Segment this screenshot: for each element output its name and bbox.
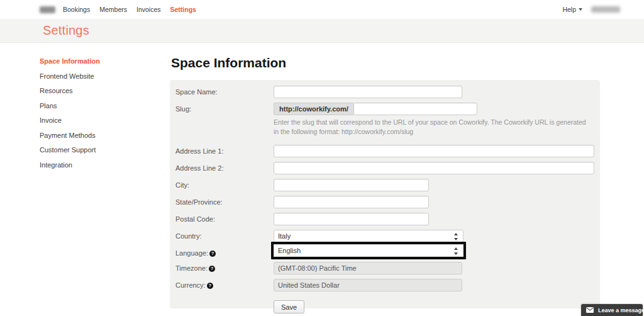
form-row-state: State/Province: (175, 196, 594, 208)
app-logo (40, 6, 55, 13)
form-row-space-name: Space Name: (175, 86, 594, 98)
form-row-slug: Slug: http://coworkify.com/ Enter the sl… (175, 103, 594, 145)
sidebar-item-frontend-website[interactable]: Frontend Website (40, 73, 153, 80)
timezone-label: Timezone: (175, 264, 208, 272)
address2-label: Address Line 2: (175, 162, 274, 174)
section-heading: Space Information (171, 55, 286, 71)
help-label: Help (562, 6, 576, 13)
chat-widget-label: Leave a message (598, 307, 644, 313)
sidebar-item-integration[interactable]: Integration (40, 162, 153, 169)
help-icon[interactable]: ? (207, 283, 213, 289)
space-information-form: Space Name: Slug: http://coworkify.com/ … (170, 80, 600, 308)
sidebar-item-payment-methods[interactable]: Payment Methods (40, 132, 153, 139)
language-select[interactable]: English (274, 244, 464, 257)
city-input[interactable] (274, 179, 429, 191)
postal-code-input[interactable] (274, 213, 429, 225)
help-icon[interactable]: ? (209, 251, 216, 257)
nav-item-settings[interactable]: Settings (170, 6, 196, 13)
page-header-band: Settings (0, 19, 644, 43)
settings-sidebar: Space Information Frontend Website Resou… (40, 58, 153, 176)
envelope-icon (586, 307, 594, 313)
address1-label: Address Line 1: (175, 145, 274, 157)
timezone-field: (GMT-08:00) Pacific Time (274, 262, 462, 274)
form-row-address2: Address Line 2: (175, 162, 594, 174)
state-province-input[interactable] (274, 196, 429, 208)
help-icon[interactable]: ? (209, 266, 215, 272)
nav-item-invoices[interactable]: Invoices (136, 6, 161, 13)
country-selected-value: Italy (278, 232, 291, 240)
top-navbar: Bookings Members Invoices Settings Help (0, 0, 644, 19)
form-row-currency: Currency:? United States Dollar (175, 279, 594, 291)
form-row-city: City: (175, 179, 594, 191)
save-button[interactable]: Save (274, 300, 304, 313)
slug-label: Slug: (175, 103, 274, 145)
language-selected-value: English (278, 247, 301, 254)
form-row-timezone: Timezone:? (GMT-08:00) Pacific Time (175, 262, 594, 274)
form-row-save: Save (175, 296, 594, 313)
language-highlight-box: English (271, 242, 466, 259)
slug-url-prefix: http://coworkify.com/ (274, 103, 353, 115)
sidebar-item-customer-support[interactable]: Customer Support (40, 147, 153, 154)
slug-input[interactable] (353, 103, 477, 115)
select-arrows-icon (454, 247, 458, 256)
state-label: State/Province: (175, 196, 274, 208)
chevron-down-icon (579, 8, 582, 11)
sidebar-item-invoice[interactable]: Invoice (40, 117, 153, 124)
select-arrows-icon (454, 232, 458, 241)
currency-label: Currency: (175, 281, 206, 289)
country-select[interactable]: Italy (274, 230, 464, 242)
user-menu[interactable] (591, 6, 620, 13)
sidebar-item-resources[interactable]: Resources (40, 87, 153, 94)
space-name-label: Space Name: (175, 86, 274, 98)
address-line-1-input[interactable] (274, 145, 594, 157)
form-row-address1: Address Line 1: (175, 145, 594, 157)
form-row-country: Country: Italy (175, 230, 594, 242)
leave-a-message-button[interactable]: Leave a message (581, 304, 643, 316)
language-label: Language: (175, 249, 208, 257)
nav-item-members[interactable]: Members (99, 6, 127, 13)
form-row-language: Language:? English (175, 244, 594, 259)
space-name-input[interactable] (274, 86, 462, 98)
nav-item-bookings[interactable]: Bookings (63, 6, 90, 13)
address-line-2-input[interactable] (274, 162, 594, 174)
slug-help-text: Enter the slug that will correspond to t… (274, 118, 591, 137)
country-label: Country: (175, 230, 274, 242)
help-menu[interactable]: Help (562, 6, 582, 13)
currency-field: United States Dollar (274, 279, 462, 291)
sidebar-item-plans[interactable]: Plans (40, 103, 153, 110)
form-row-postal: Postal Code: (175, 213, 594, 225)
sidebar-item-space-information[interactable]: Space Information (40, 58, 153, 65)
page-title: Settings (43, 23, 89, 38)
city-label: City: (175, 179, 274, 191)
postal-label: Postal Code: (175, 213, 274, 225)
